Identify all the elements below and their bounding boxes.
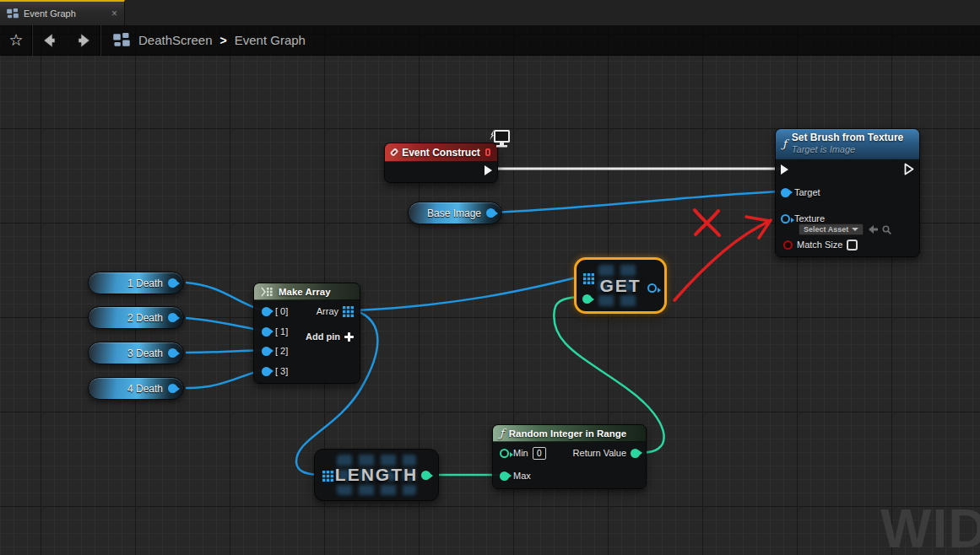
node-title: Event Construct <box>402 147 480 159</box>
min-pin[interactable] <box>500 449 509 458</box>
element1-label: [ 1] <box>275 326 288 337</box>
make-array-icon <box>261 287 273 297</box>
chevron-down-icon <box>852 228 858 231</box>
forward-button[interactable] <box>67 25 100 56</box>
tab-label: Event Graph <box>24 8 106 19</box>
node-base-image-getter[interactable]: Base Image <box>408 202 502 224</box>
get-output-pin[interactable] <box>647 283 657 293</box>
base-image-output-pin[interactable] <box>486 208 495 218</box>
browse-asset-icon[interactable] <box>882 225 891 234</box>
wire-death1-to-pin0[interactable] <box>186 283 263 310</box>
variable-label: 1 Death <box>127 278 163 289</box>
node-3-death-getter[interactable]: 3 Death <box>88 342 184 364</box>
array-element1-pin[interactable] <box>262 327 271 337</box>
add-pin-label: Add pin <box>306 331 340 342</box>
back-button[interactable] <box>33 25 67 56</box>
node-event-construct[interactable]: Event Construct <box>384 143 498 183</box>
length-array-input-pin[interactable] <box>322 471 333 482</box>
variable-label: 4 Death <box>127 383 163 395</box>
red-annotation <box>674 210 771 300</box>
select-asset-dropdown[interactable]: Select Asset <box>799 224 864 235</box>
death3-output-pin[interactable] <box>168 348 177 358</box>
death1-output-pin[interactable] <box>168 278 177 288</box>
wire-death4-to-pin3[interactable] <box>186 370 263 388</box>
texture-pin-label: Texture <box>794 213 825 224</box>
tab-well <box>125 0 980 25</box>
node-2-death-getter[interactable]: 2 Death <box>88 306 184 329</box>
exec-output-pin[interactable] <box>904 163 914 175</box>
exec-input-pin[interactable] <box>781 164 788 175</box>
node-title: Set Brush from Texture <box>792 132 903 144</box>
favorite-star-icon[interactable]: ☆ <box>0 25 32 56</box>
tab-close-icon[interactable]: × <box>111 8 117 19</box>
annotation-arrow-barb2 <box>759 220 771 238</box>
breadcrumb-root[interactable]: DeathScreen <box>138 33 213 47</box>
node-4-death-getter[interactable]: 4 Death <box>88 377 184 400</box>
death2-output-pin[interactable] <box>168 313 177 322</box>
array-element2-pin[interactable] <box>262 347 271 356</box>
array-element3-pin[interactable] <box>262 367 271 376</box>
setbrush-header: ƒ Set Brush from Texture Target is Image <box>776 129 919 159</box>
back-arrow-icon <box>41 32 59 49</box>
node-title: Make Array <box>279 287 331 297</box>
graph-toolbar: ☆ DeathScreen > Event Graph <box>0 25 980 56</box>
random-header: ƒ Random Integer in Range <box>493 425 646 442</box>
max-label: Max <box>513 471 531 481</box>
element0-label: [ 0] <box>275 306 288 316</box>
annotation-arrow-barb1 <box>746 217 770 221</box>
array-output-pin[interactable] <box>343 306 354 317</box>
use-selected-asset-icon[interactable] <box>868 225 878 234</box>
get-array-input-pin[interactable] <box>583 273 594 284</box>
get-index-input-pin[interactable] <box>582 294 592 304</box>
node-array-length[interactable]: LENGTH <box>314 449 439 501</box>
toolbar-divider <box>100 25 101 56</box>
exec-output-pin[interactable] <box>485 165 492 175</box>
return-value-pin[interactable] <box>631 449 640 458</box>
function-icon: ƒ <box>500 427 504 439</box>
length-label: LENGTH <box>335 465 418 485</box>
annotation-x-stroke2 <box>696 211 718 234</box>
match-size-checkbox[interactable] <box>847 240 858 251</box>
wire-death2-to-pin1[interactable] <box>186 318 263 331</box>
node-1-death-getter[interactable]: 1 Death <box>88 272 184 294</box>
wire-array-to-get[interactable] <box>355 276 583 310</box>
forward-arrow-icon <box>74 32 93 49</box>
texture-pin[interactable] <box>781 214 790 224</box>
variable-label: 3 Death <box>127 348 163 359</box>
node-set-brush-from-texture[interactable]: ƒ Set Brush from Texture Target is Image… <box>775 128 920 257</box>
event-graph-canvas[interactable]: WIDGET Event Construct <box>0 25 980 555</box>
annotation-arrow-shaft <box>674 221 770 300</box>
node-subtitle: Target is Image <box>792 144 903 156</box>
min-value-input[interactable]: 0 <box>533 447 546 460</box>
editor-monitor-icon <box>486 128 512 150</box>
node-random-integer-in-range[interactable]: ƒ Random Integer in Range Min 0 Max Retu… <box>492 424 647 489</box>
array-output-label: Array <box>317 306 338 316</box>
blueprint-icon <box>7 8 19 19</box>
breadcrumb-current[interactable]: Event Graph <box>235 33 306 47</box>
target-pin-label: Target <box>794 187 820 197</box>
match-size-pin[interactable] <box>783 240 793 250</box>
blueprint-class-icon <box>113 33 130 47</box>
variable-label: Base Image <box>427 207 481 219</box>
wire-death3-to-pin2[interactable] <box>186 350 263 353</box>
select-asset-label: Select Asset <box>804 225 848 234</box>
length-output-pin[interactable] <box>421 471 430 480</box>
node-make-array[interactable]: Make Array [ 0] [ 1] [ 2] [ 3] Array <box>253 283 360 384</box>
match-size-label: Match Size <box>797 240 842 250</box>
target-pin[interactable] <box>781 188 790 197</box>
wire-baseimage-to-target[interactable] <box>491 191 782 213</box>
array-element0-pin[interactable] <box>262 307 271 316</box>
make-array-header: Make Array <box>254 283 360 300</box>
tab-bar: Event Graph × <box>0 0 980 25</box>
add-pin-plus-icon[interactable] <box>344 332 354 342</box>
return-value-label: Return Value <box>573 448 626 458</box>
graph-type-watermark: WIDGET <box>880 498 980 555</box>
function-icon: ƒ <box>782 137 787 150</box>
event-construct-header: Event Construct <box>385 143 497 162</box>
tab-event-graph[interactable]: Event Graph × <box>0 0 125 25</box>
max-pin[interactable] <box>500 471 509 481</box>
node-title: Random Integer in Range <box>509 428 626 439</box>
node-array-get[interactable]: GET <box>574 257 667 314</box>
death4-output-pin[interactable] <box>168 384 177 393</box>
get-label: GET <box>599 276 641 296</box>
